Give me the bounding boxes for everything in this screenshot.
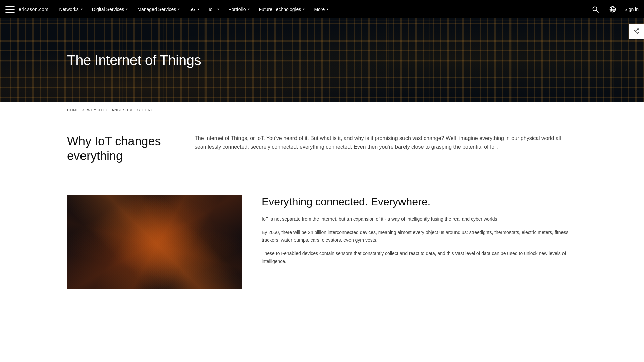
connected-text: Everything connected. Everywhere. IoT is… <box>262 195 577 271</box>
breadcrumb-current: WHY IOT CHANGES EVERYTHING <box>87 108 154 112</box>
chevron-down-icon: ▾ <box>198 7 199 11</box>
logo-area[interactable]: ericsson.com <box>5 5 48 14</box>
nav-item-portfolio[interactable]: Portfolio ▾ <box>224 0 253 18</box>
nav-item-5g[interactable]: 5G ▾ <box>185 0 203 18</box>
nav-item-future-technologies[interactable]: Future Technologies ▾ <box>255 0 309 18</box>
city-image <box>67 195 241 289</box>
hero-section: The Internet of Things <box>0 18 644 102</box>
why-iot-heading-area: Why IoT changes everything <box>67 134 168 163</box>
why-iot-body: The Internet of Things, or IoT. You've h… <box>195 134 577 151</box>
hero-title-wrapper: The Internet of Things <box>0 52 268 68</box>
breadcrumb-separator: > <box>82 108 84 112</box>
connected-para-3: These IoT-enabled devices contain sensor… <box>262 250 577 266</box>
svg-line-11 <box>635 32 638 33</box>
chevron-down-icon: ▾ <box>126 7 128 11</box>
nav-item-digital-services[interactable]: Digital Services ▾ <box>88 0 132 18</box>
nav-items-list: Networks ▾ Digital Services ▾ Managed Se… <box>55 0 589 18</box>
chevron-down-icon: ▾ <box>81 7 83 11</box>
search-button[interactable] <box>589 3 601 15</box>
nav-item-managed-services[interactable]: Managed Services ▾ <box>133 0 184 18</box>
nav-item-iot[interactable]: IoT ▾ <box>205 0 223 18</box>
connected-para-2: By 2050, there will be 24 billion interc… <box>262 229 577 245</box>
chevron-down-icon: ▾ <box>217 7 219 11</box>
sign-in-link[interactable]: Sign in <box>624 7 639 12</box>
chevron-down-icon: ▾ <box>303 7 305 11</box>
chevron-down-icon: ▾ <box>178 7 180 11</box>
svg-line-10 <box>635 29 638 31</box>
hamburger-menu-icon[interactable] <box>5 5 15 14</box>
breadcrumb: HOME > WHY IOT CHANGES EVERYTHING <box>0 102 644 118</box>
connected-section: Everything connected. Everywhere. IoT is… <box>0 179 644 305</box>
svg-point-0 <box>593 7 597 11</box>
chevron-down-icon: ▾ <box>327 7 328 11</box>
why-iot-section: Why IoT changes everything The Internet … <box>0 118 644 179</box>
share-button[interactable] <box>629 24 644 39</box>
nav-item-more[interactable]: More ▾ <box>310 0 332 18</box>
main-navigation: ericsson.com Networks ▾ Digital Services… <box>0 0 644 18</box>
why-iot-heading: Why IoT changes everything <box>67 134 168 163</box>
why-iot-paragraph: The Internet of Things, or IoT. You've h… <box>195 134 577 151</box>
connected-para-1: IoT is not separate from the Internet, b… <box>262 215 577 223</box>
connected-heading: Everything connected. Everywhere. <box>262 195 577 208</box>
hero-title: The Internet of Things <box>67 52 201 68</box>
brand-link[interactable]: ericsson.com <box>19 7 48 12</box>
svg-line-1 <box>597 10 599 12</box>
breadcrumb-home-link[interactable]: HOME <box>67 108 79 112</box>
nav-item-networks[interactable]: Networks ▾ <box>55 0 86 18</box>
nav-right-actions: Sign in <box>589 3 639 15</box>
chevron-down-icon: ▾ <box>248 7 250 11</box>
globe-icon-button[interactable] <box>607 3 619 15</box>
